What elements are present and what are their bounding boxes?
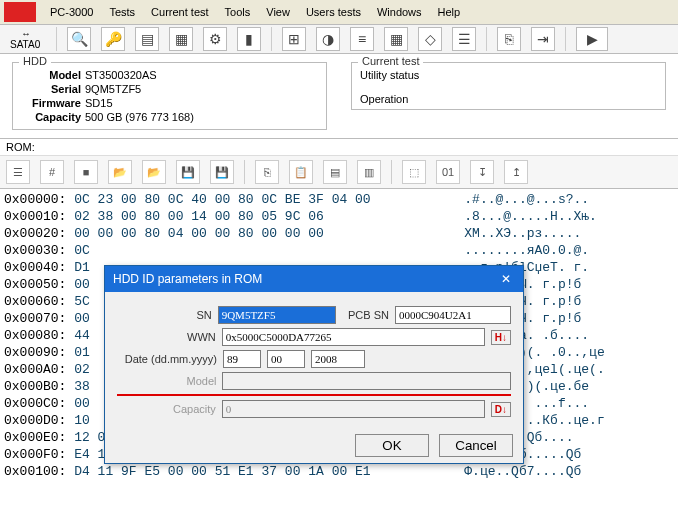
serial-label: Serial — [21, 83, 81, 95]
date-month-input[interactable] — [267, 350, 305, 368]
app-icon — [4, 2, 36, 22]
wwn-input[interactable] — [222, 328, 485, 346]
hdd-id-dialog: HDD ID parameters in ROM ✕ SN PCB SN WWN… — [104, 265, 524, 464]
wwn-label: WWN — [117, 331, 216, 343]
menu-pc3000[interactable]: PC-3000 — [42, 4, 101, 20]
model-label-dlg: Model — [117, 375, 216, 387]
tool-icon-lines[interactable]: ≡ — [350, 27, 374, 51]
rom-label: ROM: — [0, 139, 678, 155]
operation-label: Operation — [360, 93, 657, 105]
menubar: PC-3000 Tests Current test Tools View Us… — [0, 0, 678, 25]
date-day-input[interactable] — [223, 350, 261, 368]
sn-input[interactable] — [218, 306, 336, 324]
firmware-value: SD15 — [85, 97, 113, 109]
tool-icon-tree[interactable]: ⊞ — [282, 27, 306, 51]
hx-out-icon[interactable]: ↥ — [504, 160, 528, 184]
capacity-input — [222, 400, 485, 418]
sata-label: SATA0 — [10, 39, 40, 50]
cancel-button[interactable]: Cancel — [439, 434, 513, 457]
firmware-label: Firmware — [21, 97, 81, 109]
tool-icon-grid[interactable]: ▦ — [384, 27, 408, 51]
menu-tools[interactable]: Tools — [217, 4, 259, 20]
serial-value: 9QM5TZF5 — [85, 83, 141, 95]
hx-list-icon[interactable]: ☰ — [6, 160, 30, 184]
tool-icon-calc[interactable]: ▦ — [169, 27, 193, 51]
hx-sq-icon[interactable]: ■ — [74, 160, 98, 184]
hx-block2-icon[interactable]: ▥ — [357, 160, 381, 184]
sn-label: SN — [117, 309, 212, 321]
hx-block1-icon[interactable]: ▤ — [323, 160, 347, 184]
menu-current-test[interactable]: Current test — [143, 4, 216, 20]
tool-icon-play[interactable]: ▶ — [576, 27, 608, 51]
hx-save2-icon[interactable]: 💾 — [210, 160, 234, 184]
hdd-group-title: HDD — [19, 55, 51, 67]
main-toolbar: ↔ SATA0 🔍 🔑 ▤ ▦ ⚙ ▮ ⊞ ◑ ≡ ▦ ◇ ☰ ⎘ ⇥ ▶ — [0, 25, 678, 54]
date-year-input[interactable] — [311, 350, 365, 368]
hex-toolbar: ☰ # ■ 📂 📂 💾 💾 ⎘ 📋 ▤ ▥ ⬚ 01 ↧ ↥ — [0, 155, 678, 189]
hx-copy-icon[interactable]: ⎘ — [255, 160, 279, 184]
red-separator — [117, 394, 511, 396]
model-input — [222, 372, 511, 390]
sata-port[interactable]: ↔ SATA0 — [4, 28, 46, 50]
capacity-value: 500 GB (976 773 168) — [85, 111, 194, 123]
tool-icon-tape[interactable]: ◑ — [316, 27, 340, 51]
utility-status-label: Utility status — [360, 69, 657, 81]
dialog-title: HDD ID parameters in ROM — [113, 272, 262, 286]
hx-save-icon[interactable]: 💾 — [176, 160, 200, 184]
ok-button[interactable]: OK — [355, 434, 429, 457]
date-label: Date (dd.mm.yyyy) — [117, 353, 217, 365]
capacity-hex-icon[interactable]: D↓ — [491, 402, 511, 417]
wwn-hex-icon[interactable]: H↓ — [491, 330, 511, 345]
close-icon[interactable]: ✕ — [497, 270, 515, 288]
hx-bin-icon[interactable]: 01 — [436, 160, 460, 184]
tool-icon-doc[interactable]: ▤ — [135, 27, 159, 51]
tool-icon-key[interactable]: 🔑 — [101, 27, 125, 51]
menu-users-tests[interactable]: Users tests — [298, 4, 369, 20]
tool-icon-list[interactable]: ☰ — [452, 27, 476, 51]
hx-paste-icon[interactable]: 📋 — [289, 160, 313, 184]
current-test-title: Current test — [358, 55, 423, 67]
menu-help[interactable]: Help — [430, 4, 469, 20]
hx-grid-icon[interactable]: # — [40, 160, 64, 184]
pcb-sn-input[interactable] — [395, 306, 511, 324]
pcb-sn-label: PCB SN — [342, 309, 389, 321]
tool-icon-chip[interactable]: ▮ — [237, 27, 261, 51]
menu-windows[interactable]: Windows — [369, 4, 430, 20]
hx-in-icon[interactable]: ↧ — [470, 160, 494, 184]
current-test-group: Current test Utility status Operation — [351, 62, 666, 110]
hx-open2-icon[interactable]: 📂 — [142, 160, 166, 184]
tool-icon-flow[interactable]: ◇ — [418, 27, 442, 51]
capacity-label-dlg: Capacity — [117, 403, 216, 415]
hx-mark-icon[interactable]: ⬚ — [402, 160, 426, 184]
capacity-label: Capacity — [21, 111, 81, 123]
menu-view[interactable]: View — [258, 4, 298, 20]
tool-icon-gear[interactable]: ⚙ — [203, 27, 227, 51]
hdd-group: HDD ModelST3500320AS Serial9QM5TZF5 Firm… — [12, 62, 327, 130]
sata-arrows-icon: ↔ — [21, 28, 29, 39]
model-value: ST3500320AS — [85, 69, 157, 81]
tool-icon-copy[interactable]: ⎘ — [497, 27, 521, 51]
info-area: HDD ModelST3500320AS Serial9QM5TZF5 Firm… — [0, 54, 678, 139]
menu-tests[interactable]: Tests — [101, 4, 143, 20]
hx-open-icon[interactable]: 📂 — [108, 160, 132, 184]
tool-icon-exit[interactable]: ⇥ — [531, 27, 555, 51]
tool-icon-1[interactable]: 🔍 — [67, 27, 91, 51]
model-label: Model — [21, 69, 81, 81]
